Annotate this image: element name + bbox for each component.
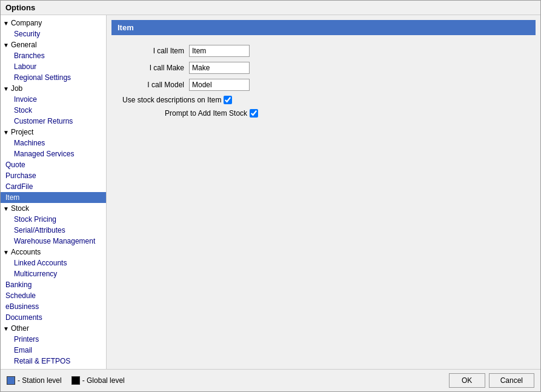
tree-item-security[interactable]: Security — [1, 28, 106, 39]
global-level-legend: - Global level — [71, 376, 125, 385]
tree-item-serial-attributes[interactable]: Serial/Attributes — [1, 225, 106, 236]
i-call-model-input[interactable] — [189, 79, 250, 91]
use-stock-desc-label: Use stock descriptions on Item — [122, 96, 221, 104]
tree-item-printers[interactable]: Printers — [1, 334, 106, 345]
tree-item-email[interactable]: Email — [1, 345, 106, 356]
tree-item-retail-eftpos[interactable]: Retail & EFTPOS — [1, 356, 106, 367]
cancel-button[interactable]: Cancel — [489, 373, 534, 388]
tree-item-quote[interactable]: Quote — [1, 159, 106, 170]
station-level-icon — [7, 376, 15, 385]
bottom-bar: - Station level - Global level OK Cancel — [1, 369, 540, 391]
tree-item-stock-job[interactable]: Stock — [1, 105, 106, 116]
global-level-icon — [71, 376, 80, 385]
window-body: ▼ Company Security ▼ General Branches La… — [1, 15, 540, 369]
arrow-icon: ▼ — [3, 42, 9, 48]
i-call-item-label: I call Item — [116, 47, 189, 55]
i-call-item-input[interactable] — [189, 45, 250, 57]
tree-item-general[interactable]: ▼ General — [1, 39, 106, 50]
i-call-make-row: I call Make — [116, 62, 531, 74]
tree-item-multicurrency[interactable]: Multicurrency — [1, 268, 106, 279]
tree-item-stock-group[interactable]: ▼ Stock — [1, 203, 106, 214]
prompt-add-stock-row: Prompt to Add Item Stock — [116, 109, 531, 118]
tree-item-linked-accounts[interactable]: Linked Accounts — [1, 257, 106, 268]
arrow-icon: ▼ — [3, 20, 9, 27]
station-level-legend: - Station level — [7, 376, 62, 385]
tree-item-company[interactable]: ▼ Company — [1, 18, 106, 28]
ok-button[interactable]: OK — [449, 373, 485, 388]
tree-item-warehouse-management[interactable]: Warehouse Management — [1, 236, 106, 247]
tree-item-branches[interactable]: Branches — [1, 50, 106, 61]
tree-panel: ▼ Company Security ▼ General Branches La… — [1, 15, 107, 369]
i-call-model-label: I call Model — [116, 81, 189, 89]
tree-item-item[interactable]: Item — [1, 192, 106, 203]
tree-item-machines[interactable]: Machines — [1, 138, 106, 148]
item-header: Item — [111, 20, 536, 35]
tree-item-job[interactable]: ▼ Job — [1, 83, 106, 94]
i-call-make-label: I call Make — [116, 64, 189, 72]
arrow-icon: ▼ — [3, 85, 9, 92]
options-window: Options ▼ Company Security ▼ General Bra… — [0, 0, 541, 392]
arrow-icon: ▼ — [3, 249, 9, 256]
tree-item-other[interactable]: ▼ Other — [1, 323, 106, 334]
station-level-label: - Station level — [18, 376, 62, 385]
window-title: Options — [1, 1, 540, 15]
i-call-model-row: I call Model — [116, 79, 531, 91]
tree-item-regional-settings[interactable]: Regional Settings — [1, 72, 106, 83]
i-call-item-row: I call Item — [116, 45, 531, 57]
arrow-icon: ▼ — [3, 325, 9, 332]
tree-item-stock-pricing[interactable]: Stock Pricing — [1, 214, 106, 225]
prompt-add-stock-label: Prompt to Add Item Stock — [165, 109, 247, 118]
tree-item-banking[interactable]: Banking — [1, 279, 106, 290]
tree-item-schedule[interactable]: Schedule — [1, 290, 106, 301]
arrow-icon: ▼ — [3, 129, 9, 136]
tree-item-labour[interactable]: Labour — [1, 61, 106, 72]
global-level-label: - Global level — [82, 376, 125, 385]
arrow-icon: ▼ — [3, 205, 9, 212]
prompt-add-stock-checkbox[interactable] — [250, 109, 258, 118]
tree-item-ebusiness[interactable]: eBusiness — [1, 301, 106, 312]
tree-item-managed-services[interactable]: Managed Services — [1, 148, 106, 159]
tree-item-accounts[interactable]: ▼ Accounts — [1, 247, 106, 257]
tree-item-project[interactable]: ▼ Project — [1, 127, 106, 138]
tree-item-documents[interactable]: Documents — [1, 312, 106, 323]
tree-item-purchase[interactable]: Purchase — [1, 170, 106, 181]
use-stock-desc-row: Use stock descriptions on Item — [116, 96, 531, 104]
item-panel: Item I call Item I call Make I call Mode… — [111, 20, 536, 125]
button-area: OK Cancel — [449, 373, 534, 388]
legend-area: - Station level - Global level — [7, 376, 125, 385]
form-area: I call Item I call Make I call Model Use… — [111, 42, 536, 125]
right-panel: Item I call Item I call Make I call Mode… — [107, 15, 540, 369]
tree-item-cardfile[interactable]: CardFile — [1, 181, 106, 192]
use-stock-desc-checkbox[interactable] — [224, 96, 232, 104]
tree-item-customer-returns[interactable]: Customer Returns — [1, 116, 106, 127]
tree-item-invoice[interactable]: Invoice — [1, 94, 106, 105]
i-call-make-input[interactable] — [189, 62, 250, 74]
